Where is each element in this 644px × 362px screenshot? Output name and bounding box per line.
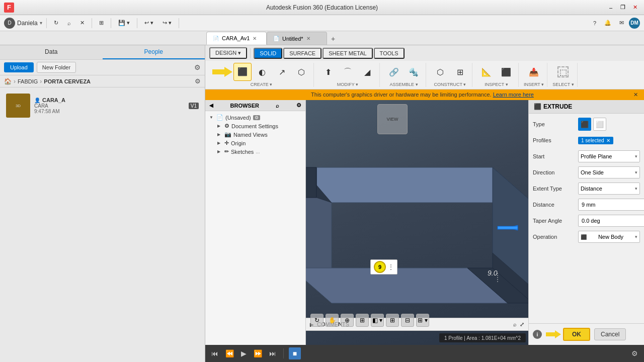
perf-warning-dismiss[interactable]: ✕ bbox=[633, 92, 638, 98]
loft-button[interactable]: ⬡ bbox=[292, 63, 310, 81]
press-pull-button[interactable]: ⬆ bbox=[319, 63, 337, 81]
user-name[interactable]: Daniela bbox=[17, 20, 38, 27]
measure-button[interactable]: 📐 bbox=[477, 63, 496, 81]
ok-button[interactable]: OK bbox=[563, 328, 590, 341]
user-dropdown-icon[interactable]: ▾ bbox=[40, 20, 42, 26]
browser-search-icon[interactable]: ⌕ bbox=[276, 103, 279, 109]
tree-sketches[interactable]: ▶ ✏ Sketches ... bbox=[207, 147, 303, 156]
dimension-input[interactable]: 9 ⋮ bbox=[370, 259, 397, 275]
start-dropdown[interactable]: Profile Plane ▾ bbox=[578, 150, 640, 162]
tab-add-button[interactable]: + bbox=[327, 33, 339, 45]
3d-viewport[interactable]: 9.0 9 ⋮ VIEW bbox=[306, 100, 528, 345]
browser-collapse-icon[interactable]: ◀ bbox=[209, 103, 213, 108]
sweep-button[interactable]: ↗ bbox=[273, 63, 291, 81]
joint-button[interactable]: 🔗 bbox=[385, 63, 403, 81]
tab-tools[interactable]: TOOLS bbox=[374, 48, 405, 59]
section-button[interactable]: ⬛ bbox=[497, 63, 515, 81]
profiles-badge[interactable]: 1 selected ✕ bbox=[578, 137, 613, 144]
browser-settings-icon[interactable]: ⚙ bbox=[296, 102, 301, 109]
extrude-header-icon: ⬛ bbox=[534, 103, 541, 110]
appearance-button[interactable]: ◧ ▾ bbox=[371, 314, 384, 327]
zoom-button[interactable]: ⊕ bbox=[341, 314, 354, 327]
tree-root-settings[interactable]: ⚙ bbox=[253, 115, 260, 120]
new-folder-button[interactable]: New Folder bbox=[37, 62, 76, 73]
tab-untitled-close[interactable]: ✕ bbox=[306, 36, 310, 41]
tab-untitled[interactable]: 📄 Untitled* ✕ bbox=[267, 32, 327, 45]
revolve-button[interactable]: ◐ bbox=[253, 63, 271, 81]
tree-named-views[interactable]: ▶ 📷 Named Views bbox=[207, 130, 303, 139]
tree-doc-settings[interactable]: ▶ ⚙ Document Settings bbox=[207, 122, 303, 130]
tree-origin[interactable]: ▶ ✛ Origin bbox=[207, 139, 303, 147]
prev-frame-button[interactable]: ⏪ bbox=[223, 347, 236, 359]
perf-warning-link[interactable]: Learn more here bbox=[493, 92, 534, 98]
play-button[interactable]: ▶ bbox=[239, 347, 249, 359]
settings-button[interactable]: ⚙ bbox=[194, 63, 201, 71]
taper-input[interactable] bbox=[578, 215, 644, 227]
tab-cara-close[interactable]: ✕ bbox=[253, 36, 257, 41]
breadcrumb-settings[interactable]: ⚙ bbox=[195, 77, 201, 85]
distance-input[interactable] bbox=[578, 199, 644, 211]
record-button[interactable]: ■ bbox=[289, 347, 301, 359]
redo-button[interactable]: ↪ ▾ bbox=[159, 17, 175, 29]
upload-button[interactable]: Upload bbox=[4, 62, 34, 72]
offset-plane-button[interactable]: ⬡ bbox=[431, 63, 449, 81]
timeline-settings-button[interactable]: ⚙ bbox=[629, 347, 640, 359]
orbit-button[interactable]: ↻ bbox=[310, 314, 324, 327]
tab-data[interactable]: Data bbox=[0, 45, 103, 59]
refresh-button[interactable]: ↻ bbox=[51, 17, 61, 29]
comments-expand-icon[interactable]: ⤢ bbox=[520, 321, 524, 328]
maximize-button[interactable]: ❐ bbox=[618, 3, 628, 13]
file-list: 3D 👤 CARA_A CARA 9:47:58 AM V1 bbox=[0, 87, 205, 362]
as-built-button[interactable]: 🔩 bbox=[405, 63, 423, 81]
next-frame-button[interactable]: ⏩ bbox=[252, 347, 264, 359]
user-avatar[interactable]: D bbox=[4, 18, 15, 29]
display-button[interactable]: ⊟ bbox=[401, 314, 414, 327]
help-button[interactable]: ? bbox=[590, 17, 599, 29]
type-btn-thin[interactable]: ⬜ bbox=[593, 118, 606, 131]
close-button[interactable]: ✕ bbox=[630, 3, 640, 13]
breadcrumb-home[interactable]: 🏠 bbox=[4, 78, 12, 85]
inspect-view-button[interactable]: ⊞ ▾ bbox=[416, 314, 429, 327]
design-dropdown-btn[interactable]: DESIGN ▾ bbox=[209, 47, 247, 59]
notification-button[interactable]: 🔔 bbox=[601, 17, 614, 29]
extent-dropdown[interactable]: Distance ▾ bbox=[578, 183, 640, 195]
close-menu-button[interactable]: ✕ bbox=[77, 17, 88, 29]
tab-people[interactable]: People bbox=[103, 45, 205, 59]
profiles-clear-icon[interactable]: ✕ bbox=[606, 138, 610, 143]
skip-fwd-button[interactable]: ⏭ bbox=[267, 347, 278, 359]
direction-dropdown[interactable]: One Side ▾ bbox=[578, 166, 640, 178]
operation-dropdown[interactable]: ⬛ New Body ▾ bbox=[578, 231, 640, 243]
file-item-cara[interactable]: 3D 👤 CARA_A CARA 9:47:58 AM V1 bbox=[4, 92, 201, 120]
comments-search-icon[interactable]: ⌕ bbox=[513, 321, 517, 327]
zoom-extent-button[interactable]: ⊞ bbox=[356, 314, 369, 327]
type-btn-solid[interactable]: ⬛ bbox=[578, 118, 591, 131]
view-cube[interactable]: VIEW bbox=[377, 104, 408, 134]
select-button[interactable]: ⬚ bbox=[554, 63, 572, 81]
tree-root[interactable]: ▼ 📄 (Unsaved) ⚙ bbox=[207, 113, 303, 122]
cancel-button[interactable]: Cancel bbox=[594, 328, 626, 340]
extrude-button[interactable]: ⬛ bbox=[233, 63, 252, 81]
fillet-button[interactable]: ⌒ bbox=[339, 63, 357, 81]
breadcrumb-fabdig[interactable]: FABDIG bbox=[18, 78, 38, 84]
direction-label: Direction bbox=[533, 169, 578, 175]
apps-button[interactable]: ⊞ bbox=[96, 17, 107, 29]
undo-button[interactable]: ↩ ▾ bbox=[141, 17, 156, 29]
message-button[interactable]: ✉ bbox=[616, 17, 627, 29]
minimize-button[interactable]: – bbox=[606, 3, 616, 13]
dimension-more-icon[interactable]: ⋮ bbox=[388, 263, 394, 270]
insert-button[interactable]: 📥 bbox=[525, 63, 543, 81]
grid-button[interactable]: ⊞ bbox=[386, 314, 399, 327]
skip-back-button[interactable]: ⏮ bbox=[209, 347, 220, 359]
breadcrumb-porta-cerveza[interactable]: PORTA CERVEZA bbox=[44, 78, 91, 84]
save-button[interactable]: 💾 ▾ bbox=[115, 17, 133, 29]
tab-solid[interactable]: SOLID bbox=[254, 48, 282, 59]
account-avatar[interactable]: DM bbox=[629, 18, 640, 29]
chamfer-button[interactable]: ◢ bbox=[358, 63, 376, 81]
tab-cara[interactable]: 📄 CARA_Av1 ✕ bbox=[206, 32, 267, 45]
midplane-button[interactable]: ⊞ bbox=[451, 63, 469, 81]
pan-button[interactable]: ✋ bbox=[326, 314, 339, 327]
tab-surface[interactable]: SURFACE bbox=[283, 48, 321, 59]
tab-sheet-metal[interactable]: SHEET METAL bbox=[323, 48, 372, 59]
info-icon[interactable]: i bbox=[533, 330, 542, 339]
search-button[interactable]: ⌕ bbox=[64, 17, 74, 29]
